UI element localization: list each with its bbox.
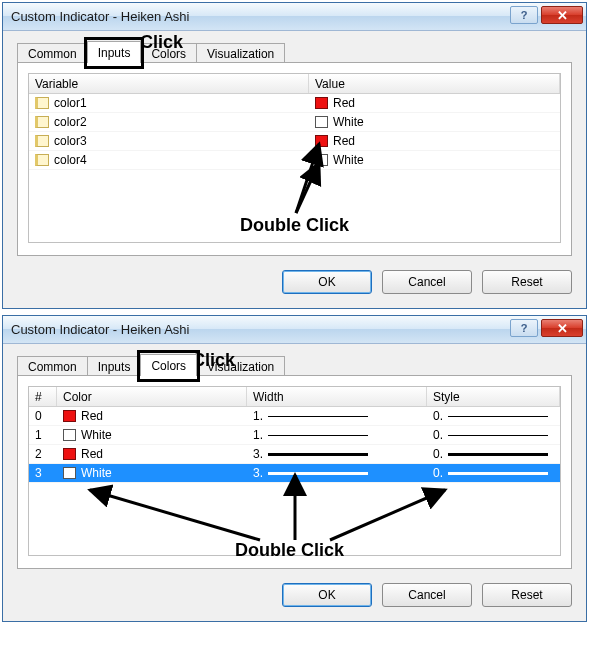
reset-button[interactable]: Reset [482,270,572,294]
table-row[interactable]: color3 Red [29,132,560,151]
line-sample [448,453,548,456]
tabstrip: Common Inputs Colors Visualization [17,41,572,63]
tabstrip: Common Inputs Colors Visualization [17,354,572,376]
table-row[interactable]: 2 Red 3. 0. [29,445,560,464]
close-button[interactable]: ✕ [541,319,583,337]
line-sample [448,472,548,475]
tab-common[interactable]: Common [17,356,88,376]
header-idx[interactable]: # [29,387,57,406]
color-swatch [63,467,76,479]
help-button[interactable]: ? [510,319,538,337]
tab-visualization[interactable]: Visualization [196,43,285,63]
tab-panel-inputs: Variable Value color1 Red color2 White c… [17,62,572,256]
window-title: Custom Indicator - Heiken Ashi [11,322,189,337]
ok-button[interactable]: OK [282,583,372,607]
property-icon [35,135,49,147]
color-swatch [315,154,328,166]
dialog-inputs: Custom Indicator - Heiken Ashi ? ✕ Commo… [2,2,587,309]
list-header: # Color Width Style [29,387,560,407]
colors-listview[interactable]: # Color Width Style 0 Red 1. 0. 1 White … [28,386,561,556]
table-row[interactable]: color4 White [29,151,560,170]
tab-colors[interactable]: Colors [140,43,197,63]
line-sample [268,435,368,436]
tab-visualization[interactable]: Visualization [196,356,285,376]
table-row[interactable]: 1 White 1. 0. [29,426,560,445]
tab-common[interactable]: Common [17,43,88,63]
tab-panel-colors: # Color Width Style 0 Red 1. 0. 1 White … [17,375,572,569]
line-sample [268,416,368,417]
header-color[interactable]: Color [57,387,247,406]
color-swatch [63,410,76,422]
tab-colors[interactable]: Colors [140,354,197,376]
list-header: Variable Value [29,74,560,94]
table-row[interactable]: 3 White 3. 0. [29,464,560,483]
table-row[interactable]: color1 Red [29,94,560,113]
titlebar[interactable]: Custom Indicator - Heiken Ashi ? ✕ [3,3,586,31]
close-button[interactable]: ✕ [541,6,583,24]
cancel-button[interactable]: Cancel [382,583,472,607]
reset-button[interactable]: Reset [482,583,572,607]
table-row[interactable]: color2 White [29,113,560,132]
window-title: Custom Indicator - Heiken Ashi [11,9,189,24]
line-sample [448,416,548,417]
button-row: OK Cancel Reset [17,270,572,294]
titlebar[interactable]: Custom Indicator - Heiken Ashi ? ✕ [3,316,586,344]
header-variable[interactable]: Variable [29,74,309,93]
color-swatch [315,135,328,147]
header-value[interactable]: Value [309,74,560,93]
table-row[interactable]: 0 Red 1. 0. [29,407,560,426]
tab-inputs[interactable]: Inputs [87,41,142,63]
line-sample [448,435,548,436]
ok-button[interactable]: OK [282,270,372,294]
button-row: OK Cancel Reset [17,583,572,607]
color-swatch [63,448,76,460]
header-width[interactable]: Width [247,387,427,406]
inputs-listview[interactable]: Variable Value color1 Red color2 White c… [28,73,561,243]
help-button[interactable]: ? [510,6,538,24]
cancel-button[interactable]: Cancel [382,270,472,294]
property-icon [35,154,49,166]
property-icon [35,116,49,128]
line-sample [268,453,368,456]
tab-inputs[interactable]: Inputs [87,356,142,376]
line-sample [268,472,368,475]
color-swatch [315,97,328,109]
dialog-colors: Custom Indicator - Heiken Ashi ? ✕ Commo… [2,315,587,622]
property-icon [35,97,49,109]
header-style[interactable]: Style [427,387,560,406]
color-swatch [63,429,76,441]
color-swatch [315,116,328,128]
